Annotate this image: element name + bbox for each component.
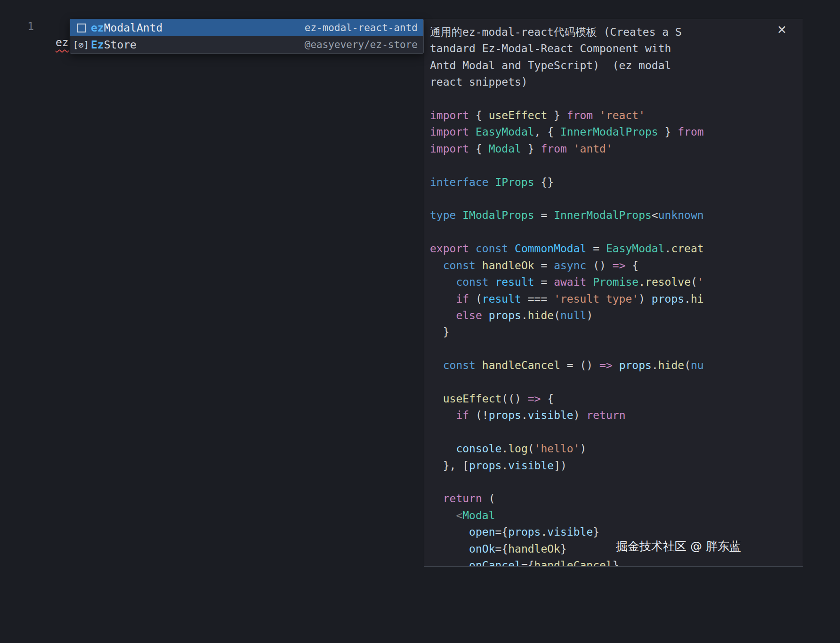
suggestion-item[interactable]: ezModalAntdez-modal-react-antd bbox=[70, 19, 423, 36]
code-line bbox=[430, 474, 796, 490]
line-number: 1 bbox=[21, 18, 34, 34]
watermark: 掘金技术社区 @ 胖东蓝 bbox=[616, 539, 741, 554]
suggestion-detail: ez-modal-react-antd bbox=[305, 22, 418, 33]
docs-header-line: tandard Ez-Modal-React Component with bbox=[430, 40, 796, 57]
code-line: return ( bbox=[430, 490, 796, 507]
suggestion-label: EzStore bbox=[91, 39, 137, 51]
docs-content: 通用的ez-modal-react代码模板 (Creates a Standar… bbox=[430, 24, 796, 567]
suggestion-detail: @easyevery/ez-store bbox=[305, 39, 418, 50]
code-line: if (!props.visible) return bbox=[430, 407, 796, 424]
code-line: if (result === 'result type') props.hi bbox=[430, 291, 796, 307]
code-line: const result = await Promise.resolve(' bbox=[430, 274, 796, 290]
code-line: import { Modal } from 'antd' bbox=[430, 141, 796, 157]
code-line: }, [props.visible]) bbox=[430, 458, 796, 474]
docs-header-line: react snippets) bbox=[430, 74, 796, 90]
code-line: useEffect(() => { bbox=[430, 391, 796, 407]
code-line: onOk={handleOk} bbox=[430, 541, 796, 557]
docs-header-line: Antd Modal and TypeScript) (ez modal bbox=[430, 57, 796, 74]
code-line bbox=[430, 224, 796, 241]
code-line: console.log('hello') bbox=[430, 441, 796, 457]
code-line: open={props.visible} bbox=[430, 524, 796, 540]
close-icon[interactable]: ✕ bbox=[777, 24, 787, 36]
code-line: const handleCancel = () => props.hide(nu bbox=[430, 357, 796, 374]
code-line bbox=[430, 424, 796, 441]
code-line: } bbox=[430, 324, 796, 340]
suggestion-label: ezModalAntd bbox=[91, 22, 162, 34]
code-line: const handleOk = async () => { bbox=[430, 257, 796, 274]
code-line: onCancel={handleCancel} bbox=[430, 557, 796, 567]
suggestion-item[interactable]: [⊘]EzStore@easyevery/ez-store bbox=[70, 36, 423, 53]
code-line: <Modal bbox=[430, 507, 796, 524]
code-line bbox=[430, 341, 796, 357]
code-line: import EasyModal, { InnerModalProps } fr… bbox=[430, 124, 796, 140]
code-line: else props.hide(null) bbox=[430, 307, 796, 324]
code-line bbox=[430, 157, 796, 174]
code-line: type IModalProps = InnerModalProps<unkno… bbox=[430, 207, 796, 224]
docs-header-line: 通用的ez-modal-react代码模板 (Creates a S bbox=[430, 24, 796, 40]
blank-line bbox=[430, 91, 796, 107]
editor-typed-text[interactable]: ez bbox=[56, 34, 69, 50]
code-line bbox=[430, 191, 796, 207]
bracket-icon: [⊘] bbox=[74, 40, 88, 50]
suggestion-list: ezModalAntdez-modal-react-antd[⊘]EzStore… bbox=[70, 19, 423, 53]
editor-line: 1 ez bbox=[0, 2, 13, 18]
suggest-docs-panel: ✕ 通用的ez-modal-react代码模板 (Creates a Stand… bbox=[424, 19, 803, 567]
code-line: interface IProps {} bbox=[430, 174, 796, 191]
code-line: export const CommonModal = EasyModal.cre… bbox=[430, 241, 796, 257]
snippet-icon bbox=[74, 24, 88, 32]
suggest-widget: ezModalAntdez-modal-react-antd[⊘]EzStore… bbox=[70, 19, 424, 54]
code-line: import { useEffect } from 'react' bbox=[430, 107, 796, 124]
code-line bbox=[430, 374, 796, 391]
